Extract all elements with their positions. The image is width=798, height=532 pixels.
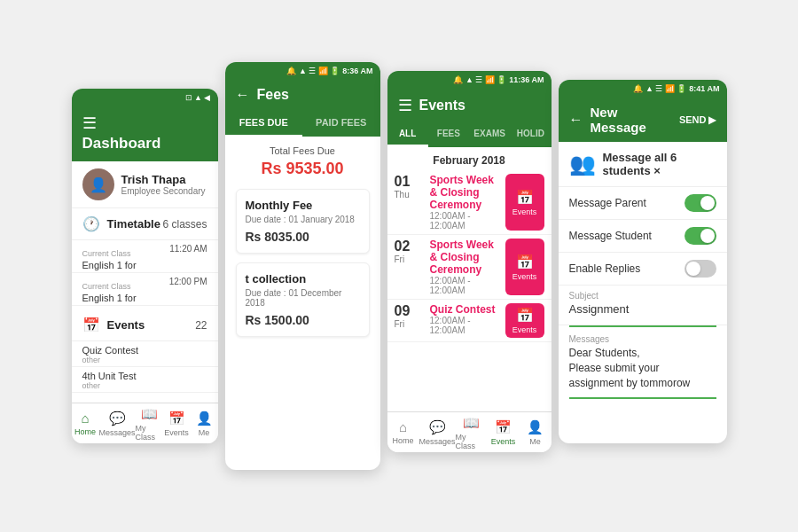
message-student-toggle[interactable]	[685, 227, 716, 245]
dashboard-title: Dashboard	[82, 135, 207, 153]
tab-exams[interactable]: EXAMS	[469, 122, 510, 147]
fee-card-1-due: Due date : 01 January 2018	[246, 215, 360, 224]
subject-label: Subject	[569, 291, 716, 301]
menu-icon[interactable]: ☰	[82, 113, 207, 133]
nav3-messages[interactable]: 💬Messages	[419, 412, 456, 452]
user-row: 👤 Trish Thapa Employee Secondary	[72, 161, 218, 208]
home-icon: ⌂	[81, 411, 89, 426]
timetable-count: 6 classes	[162, 218, 207, 231]
event-row-2[interactable]: 02 Fri Sports Week & Closing Ceremony 12…	[387, 235, 552, 300]
subject-value[interactable]: Assignment	[569, 302, 716, 319]
event-badge-3: 📅 Events	[505, 303, 544, 338]
events-menu-icon[interactable]: ☰	[398, 96, 412, 115]
status-bar-1: ⊡ ▲ ◀	[72, 89, 218, 106]
status-bar-2: 🔔 ▲ ☰ 📶 🔋 8:36 AM	[225, 62, 380, 80]
event-title-2: Sports Week & Closing Ceremony	[430, 239, 498, 276]
messages-text[interactable]: Dear Students,Please submit your assignm…	[569, 346, 716, 390]
fees-due-tab[interactable]: FEES DUE	[225, 110, 303, 137]
toggle-message-parent: Message Parent	[559, 187, 727, 220]
fee-card-2-amount: Rs 1500.00	[246, 313, 360, 327]
timetable-label: Timetable	[107, 217, 160, 231]
event-date-3: 09 Fri	[395, 303, 423, 338]
quiz-contest-item: Quiz Contest other	[72, 341, 218, 367]
event-badge-icon-2: 📅	[516, 254, 534, 270]
msg3-icon: 💬	[429, 419, 446, 435]
new-message-title: New Message	[591, 105, 672, 135]
events-label: Events	[107, 318, 145, 332]
message-parent-label: Message Parent	[569, 197, 646, 209]
toggle-message-student: Message Student	[559, 220, 727, 253]
nav-events[interactable]: 📅 Events	[163, 403, 191, 443]
me-icon: 👤	[196, 411, 213, 426]
event-title-1: Sports Week & Closing Ceremony	[430, 174, 498, 211]
new-message-header: ← New Message SEND ▶	[559, 98, 727, 142]
nav-home[interactable]: ⌂ Home	[72, 403, 99, 443]
events-tabs: ALL FEES EXAMS HOLID	[387, 122, 552, 147]
new-msg-back[interactable]: ←	[569, 112, 583, 128]
tab-all[interactable]: ALL	[387, 122, 428, 147]
fee-card-1-amount: Rs 8035.00	[246, 230, 360, 244]
fees-phone: 🔔 ▲ ☰ 📶 🔋 8:36 AM ← Fees FEES DUE PAID F…	[225, 62, 380, 470]
dashboard-phone: ⊡ ▲ ◀ ☰ Dashboard 👤 Trish Thapa Employee…	[72, 89, 218, 443]
fees-total-label: Total Fees Due	[236, 145, 370, 156]
event-badge-icon-1: 📅	[516, 189, 534, 206]
paid-fees-tab[interactable]: PAID FEES	[302, 110, 380, 137]
fee-card-2-due: Due date : 01 December 2018	[246, 288, 360, 308]
timetable-item[interactable]: 🕐 Timetable 6 classes	[72, 208, 218, 240]
user-role: Employee Secondary	[121, 186, 206, 196]
new-message-phone: 🔔 ▲ ☰ 📶 🔋 8:41 AM ← New Message SEND ▶ 👥…	[559, 80, 727, 443]
events-nav-icon: 📅	[168, 411, 185, 426]
message-parent-toggle[interactable]	[685, 194, 716, 212]
nav-myclass[interactable]: 📖 My Class	[136, 403, 163, 443]
toggle-knob-2	[700, 229, 715, 243]
dashboard-header: ☰ Dashboard	[72, 106, 218, 161]
events-phone: 🔔 ▲ ☰ 📶 🔋 11:36 AM ☰ Events ALL FEES EXA…	[387, 71, 552, 452]
events-icon: 📅	[82, 317, 100, 333]
messages-label: Messages	[569, 334, 716, 344]
me3-icon: 👤	[527, 419, 544, 435]
messages-area: Messages Dear Students,Please submit you…	[559, 327, 727, 397]
events-month: February 2018	[387, 147, 552, 170]
subject-field: Subject Assignment	[559, 286, 727, 325]
current-class-2: Current Class 12:00 PM English 1 for	[72, 273, 218, 306]
event-time-3: 12:00AM - 12:00AM	[430, 316, 498, 335]
fees-tabs: FEES DUE PAID FEES	[225, 110, 380, 137]
nav-messages[interactable]: 💬 Messages	[99, 403, 136, 443]
current-class-1: Current Class 11:20 AM English 1 for	[72, 240, 218, 273]
toggle-enable-replies: Enable Replies	[559, 253, 727, 286]
fees-header: ← Fees	[225, 80, 380, 110]
event-row-1[interactable]: 01 Thu Sports Week & Closing Ceremony 12…	[387, 170, 552, 235]
class3-icon: 📖	[463, 415, 480, 431]
fee-card-1-title: Monthly Fee	[246, 199, 360, 212]
messages-underline	[569, 397, 716, 399]
recipients-icon: 👥	[569, 152, 596, 176]
unit-test-item: 4th Unit Test other	[72, 367, 218, 393]
toggle-knob-3	[686, 262, 700, 276]
recipients-text: Message all 6 students ×	[603, 151, 716, 177]
timetable-icon: 🕐	[82, 215, 100, 232]
event-time-2: 12:00AM - 12:00AM	[430, 276, 498, 295]
tab-holid[interactable]: HOLID	[510, 122, 551, 147]
fees-total-amount: Rs 9535.00	[236, 160, 370, 178]
event-title-3: Quiz Contest	[430, 303, 498, 316]
nav3-home[interactable]: ⌂Home	[387, 412, 419, 452]
events-header: ☰ Events	[387, 89, 552, 122]
events3-icon: 📅	[495, 419, 512, 435]
enable-replies-toggle[interactable]	[685, 260, 716, 278]
enable-replies-label: Enable Replies	[569, 262, 641, 275]
user-name: Trish Thapa	[121, 173, 206, 186]
tab-fees[interactable]: FEES	[428, 122, 469, 147]
event-badge-2: 📅 Events	[505, 239, 544, 295]
nav3-myclass[interactable]: 📖My Class	[456, 412, 488, 452]
events-item[interactable]: 📅 Events 22	[72, 309, 218, 341]
nav-me[interactable]: 👤 Me	[191, 403, 218, 443]
event-row-3[interactable]: 09 Fri Quiz Contest 12:00AM - 12:00AM 📅 …	[387, 300, 552, 342]
fee-card-2-title: t collection	[246, 272, 360, 286]
nav3-me[interactable]: 👤Me	[520, 412, 552, 452]
back-button[interactable]: ←	[236, 87, 250, 103]
status-bar-3: 🔔 ▲ ☰ 📶 🔋 11:36 AM	[387, 71, 552, 89]
events-screen-title: Events	[419, 98, 466, 113]
nav3-events[interactable]: 📅Events	[488, 412, 520, 452]
bottom-nav-3: ⌂Home 💬Messages 📖My Class 📅Events 👤Me	[387, 411, 552, 452]
send-button[interactable]: SEND ▶	[679, 114, 716, 126]
